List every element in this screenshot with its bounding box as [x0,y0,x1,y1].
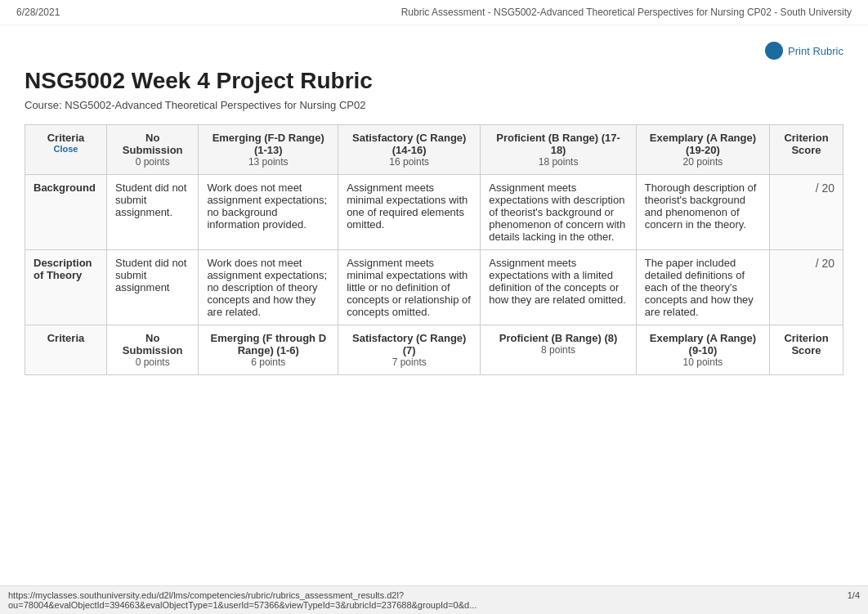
header-satisfactory-1: Satisfactory (C Range) (14-16) 16 points [338,125,481,175]
second-header-row: Criteria No Submission 0 points Emerging… [25,325,843,375]
rubric-table: Criteria Close No Submission 0 points Em… [25,124,843,375]
table-row: Background Student did not submit assign… [25,175,843,250]
header-no-submission: No Submission 0 points [107,125,199,175]
date-label: 6/28/2021 [16,7,60,18]
header-criteria: Criteria Close [25,125,107,175]
header-exemplary-1: Exemplary (A Range) (19-20) 20 points [636,125,769,175]
score-cell-0: / 20 [770,175,843,250]
satisfactory-cell-1: Assignment meets minimal expectations wi… [338,250,481,325]
top-bar: 6/28/2021 Rubric Assessment - NSG5002-Ad… [0,0,868,25]
no-submission-cell-1: Student did not submit assignment [107,250,199,325]
second-header-proficient: Proficient (B Range) (8) 8 points [481,325,637,375]
second-header-satisfactory: Satisfactory (C Range) (7) 7 points [338,325,481,375]
exemplary-cell-1: The paper included detailed definitions … [636,250,769,325]
proficient-cell-0: Assignment meets expectations with descr… [481,175,637,250]
print-rubric-label: Print Rubric [788,45,843,57]
proficient-cell-1: Assignment meets expectations with a lim… [481,250,637,325]
exemplary1-points: 20 points [645,156,761,168]
no-submission-cell-0: Student did not submit assignment. [107,175,199,250]
print-rubric-button[interactable]: Print Rubric [765,42,843,60]
emerging-cell-0: Work does not meet assignment expectatio… [199,175,338,250]
second-header-no-submission: No Submission 0 points [107,325,199,375]
criteria-cell-0: Background [25,175,107,250]
header-criterion-score: Criterion Score [770,125,843,175]
exemplary-cell-0: Thorough description of theorist's backg… [636,175,769,250]
emerging-cell-1: Work does not meet assignment expectatio… [199,250,338,325]
course-name: Course: NSG5002-Advanced Theoretical Per… [25,99,843,111]
satisfactory1-points: 16 points [347,156,472,168]
header-emerging-1: Emerging (F-D Range) (1-13) 13 points [199,125,338,175]
second-header-criteria: Criteria [25,325,107,375]
no-submission-points: 0 points [115,156,190,168]
second-header-exemplary: Exemplary (A Range) (9-10) 10 points [636,325,769,375]
main-content: Print Rubric NSG5002 Week 4 Project Rubr… [0,25,868,392]
print-rubric-area: Print Rubric [25,42,843,60]
print-icon [765,42,783,60]
page-title-top: Rubric Assessment - NSG5002-Advanced The… [401,7,852,18]
table-header-row-1: Criteria Close No Submission 0 points Em… [25,125,843,175]
table-row: Description of Theory Student did not su… [25,250,843,325]
score-cell-1: / 20 [770,250,843,325]
satisfactory-cell-0: Assignment meets minimal expectations wi… [338,175,481,250]
header-proficient-1: Proficient (B Range) (17-18) 18 points [481,125,637,175]
rubric-title: NSG5002 Week 4 Project Rubric [25,68,843,94]
close-link[interactable]: Close [34,144,98,154]
emerging1-points: 13 points [207,156,329,168]
second-header-criterion-score: Criterion Score [770,325,843,375]
rubric-body: Background Student did not submit assign… [25,175,843,325]
criteria-cell-1: Description of Theory [25,250,107,325]
proficient1-points: 18 points [489,156,628,168]
second-header-emerging: Emerging (F through D Range) (1-6) 6 poi… [199,325,338,375]
